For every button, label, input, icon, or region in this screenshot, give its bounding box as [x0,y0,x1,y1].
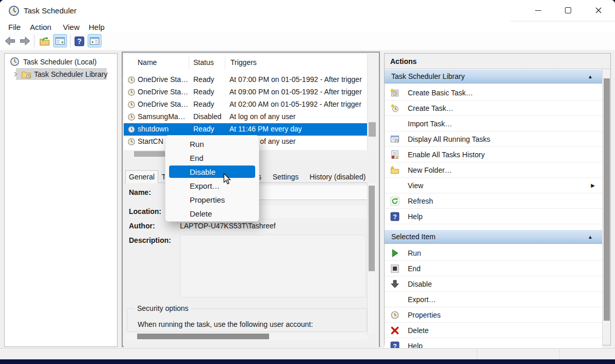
actions-vertical-scrollbar[interactable] [602,69,610,345]
end-icon [390,264,400,273]
help-icon: ? [390,212,400,221]
refresh-icon [390,196,400,206]
column-header-triggers[interactable]: Triggers [230,58,257,67]
action-new-folder[interactable]: New Folder… [385,162,602,178]
show-action-pane-button[interactable] [88,34,102,47]
tree-library-label: Task Scheduler Library [34,70,107,78]
tab-history[interactable]: History (disabled) [305,171,371,183]
library-folder-icon [21,70,31,79]
security-options-title: Security options [135,304,191,312]
context-export[interactable]: Export… [165,179,259,193]
chevron-right-icon[interactable] [12,71,19,78]
menu-view[interactable]: View [63,23,79,31]
action-create-task[interactable]: Create Task… [385,101,602,116]
tree-item-library[interactable]: Task Scheduler Library [12,68,107,80]
display-running-tasks-icon [390,135,400,144]
collapse-icon[interactable]: ▲ [588,234,593,240]
disable-icon [390,279,400,289]
action-end[interactable]: End [385,261,602,276]
action-properties[interactable]: Properties [385,307,602,323]
task-row-selected[interactable]: shutdown Ready At 11:46 PM every day [124,123,367,136]
action-view[interactable]: View ▶ [385,178,602,193]
create-basic-task-icon [390,88,400,97]
run-icon [390,249,400,258]
mouse-cursor [223,173,231,185]
scrollbar-thumb[interactable] [369,186,375,271]
context-delete[interactable]: Delete [165,207,259,221]
statusbar-separator [477,350,477,359]
content-area: Task Scheduler (Local) Task Scheduler Li… [0,50,615,348]
scrollbar-thumb[interactable] [369,122,376,137]
task-context-menu: Run End Disable Export… Properties Delet… [165,135,259,222]
column-header-status[interactable]: Status [193,58,214,67]
section-header-library[interactable]: Task Scheduler Library ▲ [385,70,602,84]
bottom-edge-strip [0,359,615,364]
svg-text:?: ? [393,213,397,220]
minimize-button[interactable] [526,0,550,21]
clock-icon [127,101,136,109]
context-disable[interactable]: Disable [169,166,255,178]
menu-action[interactable]: Action [30,23,52,31]
action-help[interactable]: ? Help [385,209,602,224]
help-toolbar-button[interactable]: ? [73,35,86,47]
maximize-button[interactable] [556,0,580,21]
actions-pane: Actions Task Scheduler Library ▲ Create … [384,53,611,345]
toolbar-separator [70,35,71,47]
task-row[interactable]: OneDrive Sta… Ready At 02:00 AM on 01-05… [124,98,367,111]
create-task-icon [390,104,400,113]
action-run[interactable]: Run [385,245,602,261]
action-import-task[interactable]: Import Task… [385,116,602,131]
column-header-name[interactable]: Name [138,58,157,67]
column-divider[interactable] [189,56,189,70]
section-header-selected-item[interactable]: Selected Item ▲ [385,230,602,244]
task-list-vertical-scrollbar[interactable] [367,54,376,150]
window-title: Task Scheduler [24,6,77,15]
action-display-running-tasks[interactable]: Display All Running Tasks [385,131,602,147]
properties-clock-icon [390,310,400,320]
status-bar [0,348,615,359]
scrollbar-thumb[interactable] [604,78,610,321]
show-console-tree-button[interactable] [53,34,67,47]
console-tree-icon [55,37,65,45]
context-end[interactable]: End [165,151,259,165]
context-run[interactable]: Run [165,137,259,151]
back-arrow-icon [5,37,16,45]
menu-file[interactable]: File [8,23,21,31]
task-row[interactable]: OneDrive Sta… Ready At 07:00 PM on 01-05… [124,74,367,86]
action-enable-history[interactable]: Enable All Tasks History [385,147,602,162]
actions-pane-title: Actions [385,54,610,69]
security-options-group: Security options When running the task, … [127,308,367,332]
action-refresh[interactable]: Refresh [385,193,602,209]
export-list-button[interactable] [38,35,51,47]
forward-button[interactable] [19,36,31,46]
task-row[interactable]: SamsungMa… Disabled At log on of any use… [124,111,367,123]
minimize-icon [535,10,541,11]
tree-item-root[interactable]: Task Scheduler (Local) [10,56,96,68]
collapse-icon[interactable]: ▲ [588,74,593,79]
details-vertical-scrollbar[interactable] [367,183,375,334]
action-delete[interactable]: Delete [385,323,602,338]
task-scheduler-window: Task Scheduler File Action View Help [0,0,615,364]
back-button[interactable] [4,36,16,46]
delete-icon [390,326,400,335]
author-label: Author: [129,222,155,230]
tab-settings[interactable]: Settings [269,171,303,183]
context-properties[interactable]: Properties [165,193,259,207]
action-export[interactable]: Export… [385,292,602,307]
details-horizontal-scrollbar[interactable] [126,333,367,340]
action-create-basic-task[interactable]: Create Basic Task… [385,85,602,101]
task-row[interactable]: OneDrive Sta… Ready At 09:00 PM on 01-05… [124,86,367,98]
description-textarea[interactable] [180,235,366,297]
menu-help[interactable]: Help [89,23,105,31]
scrollbar-thumb[interactable] [137,334,269,339]
maximize-icon [565,7,571,13]
console-tree-panel: Task Scheduler (Local) Task Scheduler Li… [4,53,118,347]
column-divider[interactable] [225,56,225,70]
forward-arrow-icon [19,37,30,45]
clock-icon [127,113,136,121]
close-button[interactable] [587,0,610,21]
tab-general[interactable]: General [125,170,158,183]
action-disable[interactable]: Disable [385,276,602,292]
toolbar: ? [0,32,615,50]
tree-root-label: Task Scheduler (Local) [23,58,96,66]
